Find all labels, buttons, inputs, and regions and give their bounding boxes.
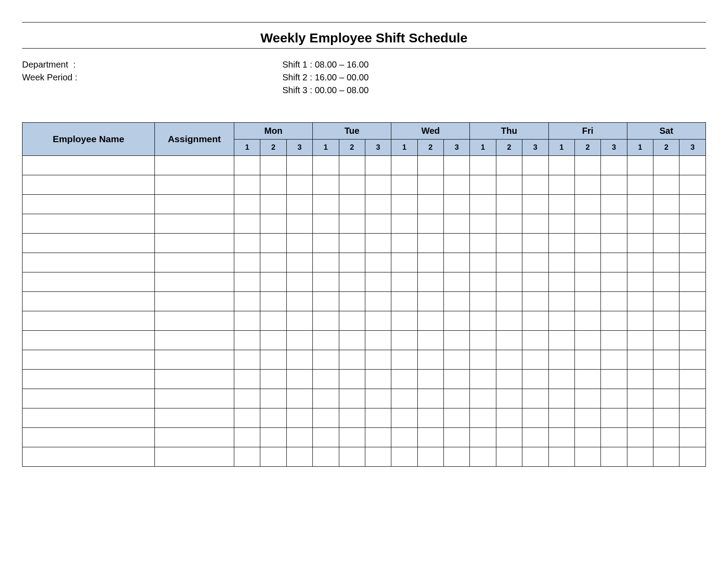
cell-shift[interactable] — [339, 272, 365, 292]
cell-shift[interactable] — [470, 370, 496, 389]
cell-shift[interactable] — [522, 253, 548, 272]
cell-shift[interactable] — [522, 272, 548, 292]
cell-shift[interactable] — [496, 370, 522, 389]
cell-shift[interactable] — [522, 408, 548, 428]
cell-shift[interactable] — [444, 292, 470, 311]
cell-shift[interactable] — [417, 234, 443, 253]
cell-shift[interactable] — [470, 214, 496, 234]
cell-shift[interactable] — [653, 331, 679, 350]
cell-shift[interactable] — [470, 175, 496, 195]
cell-shift[interactable] — [601, 156, 627, 175]
cell-shift[interactable] — [391, 370, 417, 389]
cell-shift[interactable] — [627, 428, 653, 447]
cell-shift[interactable] — [260, 447, 286, 467]
cell-shift[interactable] — [601, 253, 627, 272]
cell-shift[interactable] — [313, 195, 339, 214]
cell-shift[interactable] — [234, 350, 260, 370]
cell-employee[interactable] — [23, 350, 155, 370]
cell-assignment[interactable] — [155, 370, 234, 389]
cell-shift[interactable] — [548, 447, 574, 467]
cell-shift[interactable] — [417, 389, 443, 408]
cell-shift[interactable] — [470, 428, 496, 447]
cell-shift[interactable] — [627, 272, 653, 292]
cell-shift[interactable] — [339, 195, 365, 214]
cell-assignment[interactable] — [155, 408, 234, 428]
cell-shift[interactable] — [339, 253, 365, 272]
cell-shift[interactable] — [653, 428, 679, 447]
cell-shift[interactable] — [601, 311, 627, 331]
cell-shift[interactable] — [365, 350, 391, 370]
cell-shift[interactable] — [260, 311, 286, 331]
cell-shift[interactable] — [679, 234, 706, 253]
cell-shift[interactable] — [653, 156, 679, 175]
cell-shift[interactable] — [444, 195, 470, 214]
cell-shift[interactable] — [260, 292, 286, 311]
cell-shift[interactable] — [653, 195, 679, 214]
cell-shift[interactable] — [286, 350, 312, 370]
cell-shift[interactable] — [574, 408, 600, 428]
cell-shift[interactable] — [260, 175, 286, 195]
cell-shift[interactable] — [339, 311, 365, 331]
cell-shift[interactable] — [365, 234, 391, 253]
cell-shift[interactable] — [365, 175, 391, 195]
cell-shift[interactable] — [339, 234, 365, 253]
cell-shift[interactable] — [444, 370, 470, 389]
cell-shift[interactable] — [548, 292, 574, 311]
cell-shift[interactable] — [653, 272, 679, 292]
cell-employee[interactable] — [23, 428, 155, 447]
cell-shift[interactable] — [574, 156, 600, 175]
cell-shift[interactable] — [496, 292, 522, 311]
cell-shift[interactable] — [365, 292, 391, 311]
cell-shift[interactable] — [339, 447, 365, 467]
cell-shift[interactable] — [313, 234, 339, 253]
cell-shift[interactable] — [365, 214, 391, 234]
cell-shift[interactable] — [470, 234, 496, 253]
cell-shift[interactable] — [496, 331, 522, 350]
cell-shift[interactable] — [470, 389, 496, 408]
cell-shift[interactable] — [391, 331, 417, 350]
cell-shift[interactable] — [260, 408, 286, 428]
cell-shift[interactable] — [496, 389, 522, 408]
cell-shift[interactable] — [444, 253, 470, 272]
cell-shift[interactable] — [496, 195, 522, 214]
cell-shift[interactable] — [470, 272, 496, 292]
cell-assignment[interactable] — [155, 428, 234, 447]
cell-shift[interactable] — [260, 370, 286, 389]
cell-shift[interactable] — [313, 311, 339, 331]
cell-shift[interactable] — [313, 350, 339, 370]
cell-shift[interactable] — [260, 195, 286, 214]
cell-shift[interactable] — [339, 175, 365, 195]
cell-shift[interactable] — [417, 428, 443, 447]
cell-shift[interactable] — [234, 195, 260, 214]
cell-shift[interactable] — [339, 156, 365, 175]
cell-shift[interactable] — [470, 408, 496, 428]
cell-shift[interactable] — [365, 311, 391, 331]
cell-assignment[interactable] — [155, 214, 234, 234]
cell-shift[interactable] — [365, 195, 391, 214]
cell-employee[interactable] — [23, 447, 155, 467]
cell-shift[interactable] — [313, 331, 339, 350]
cell-shift[interactable] — [522, 195, 548, 214]
cell-shift[interactable] — [522, 156, 548, 175]
cell-shift[interactable] — [286, 447, 312, 467]
cell-shift[interactable] — [522, 311, 548, 331]
cell-shift[interactable] — [522, 331, 548, 350]
cell-shift[interactable] — [365, 272, 391, 292]
cell-shift[interactable] — [260, 253, 286, 272]
cell-shift[interactable] — [574, 311, 600, 331]
cell-shift[interactable] — [601, 214, 627, 234]
cell-shift[interactable] — [679, 311, 706, 331]
cell-shift[interactable] — [365, 370, 391, 389]
cell-shift[interactable] — [574, 331, 600, 350]
cell-employee[interactable] — [23, 214, 155, 234]
cell-shift[interactable] — [313, 447, 339, 467]
cell-shift[interactable] — [522, 214, 548, 234]
cell-shift[interactable] — [444, 175, 470, 195]
cell-shift[interactable] — [574, 234, 600, 253]
cell-shift[interactable] — [574, 195, 600, 214]
cell-assignment[interactable] — [155, 350, 234, 370]
cell-assignment[interactable] — [155, 156, 234, 175]
cell-shift[interactable] — [601, 195, 627, 214]
cell-shift[interactable] — [574, 214, 600, 234]
cell-shift[interactable] — [548, 195, 574, 214]
